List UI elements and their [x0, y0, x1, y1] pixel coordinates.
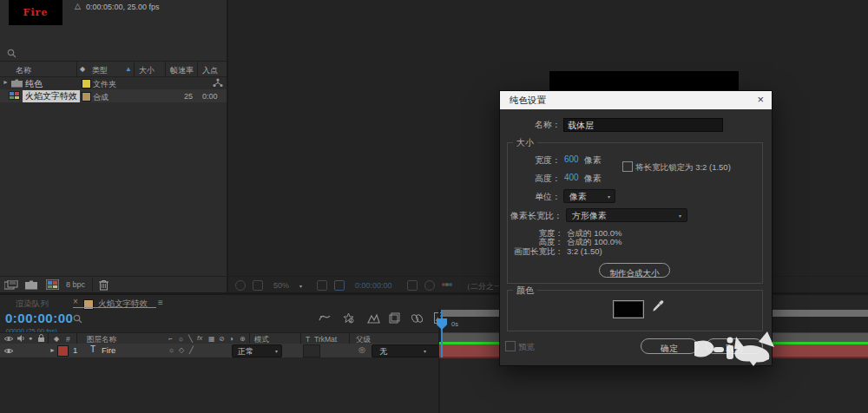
layer-eye-icon[interactable]	[3, 347, 14, 355]
after-effects-window: Fire △ 0:00:05:00, 25.00 fps 名称 ◆ 类型 ▲ 大…	[0, 0, 868, 413]
collapse-switch-icon: ☼	[178, 335, 184, 343]
lock-aspect-label[interactable]: 将长宽比锁定为 3:2 (1.50)	[635, 162, 731, 174]
tab-menu-icon[interactable]: ≡	[158, 298, 163, 307]
fx-switch-icon: fx	[197, 334, 202, 342]
eyedropper-icon[interactable]	[652, 299, 664, 313]
layer-draft-icon[interactable]: ╱	[189, 346, 194, 354]
timeline-search-icon[interactable]	[73, 314, 82, 324]
parent-dropdown[interactable]: 无 ▾	[372, 344, 439, 357]
tab-composition[interactable]: 火焰文字特效	[98, 298, 148, 310]
zoom-caret-icon[interactable]: ▾	[299, 283, 302, 289]
make-comp-size-button[interactable]: 制作合成大小	[599, 263, 670, 278]
unit-label: 单位：	[517, 191, 561, 203]
project-row-folder[interactable]: ► 纯色 文件夹	[0, 77, 227, 89]
name-label: 名称：	[509, 119, 561, 131]
zoom-level-value[interactable]: 50%	[273, 281, 289, 290]
trkmat-column[interactable]: TrkMat	[314, 335, 337, 344]
item-fps: 25	[184, 92, 193, 101]
width-value[interactable]: 600	[564, 154, 579, 164]
tab-close-icon[interactable]: ×	[73, 297, 78, 306]
blend-mode-dropdown[interactable]: 正常 ▾	[232, 344, 282, 357]
new-composition-icon[interactable]	[46, 279, 59, 290]
grid-guides-icon[interactable]	[317, 280, 327, 291]
layer-name[interactable]: Fire	[102, 345, 115, 355]
t-column[interactable]: T	[306, 335, 310, 344]
layer-row[interactable]: ► 1 T Fire ☼ ◇ ╱ 正常 ▾ ◎ 无 ▾	[0, 344, 438, 358]
footage-icon[interactable]	[4, 280, 18, 290]
unit-caret-icon: ▾	[608, 193, 610, 200]
preview-label[interactable]: 预览	[518, 342, 535, 353]
tab-underline	[73, 307, 156, 308]
motion-blur-icon[interactable]	[367, 313, 380, 324]
layer-quality-icon[interactable]: ☼	[168, 346, 174, 354]
layer-expand-icon[interactable]: ►	[49, 347, 56, 353]
comp-info-text: 0:00:05:00, 25.00 fps	[86, 3, 160, 11]
trash-icon[interactable]	[99, 279, 108, 291]
col-in[interactable]: 入点	[202, 65, 218, 76]
current-timecode[interactable]: 0:00:00:00	[5, 311, 73, 325]
brainstorm-icon[interactable]	[389, 312, 400, 324]
trkmat-dropdown[interactable]	[303, 344, 320, 357]
always-preview-icon[interactable]	[235, 280, 246, 291]
project-footer: 8 bpc	[0, 276, 227, 293]
layer-label-swatch[interactable]	[57, 345, 69, 357]
height-unit: 像素	[584, 173, 602, 185]
frame-blend-switch-icon: ▦	[208, 335, 215, 343]
item-name[interactable]: 纯色	[25, 78, 43, 90]
width-unit: 像素	[584, 154, 602, 167]
col-type[interactable]: 类型	[92, 65, 108, 76]
new-folder-icon[interactable]	[25, 280, 37, 290]
auto-keyframe-icon[interactable]	[411, 313, 423, 324]
composition-icon	[9, 91, 20, 100]
par-dropdown[interactable]: 方形像素 ▾	[566, 208, 687, 222]
bpc-label[interactable]: 8 bpc	[66, 280, 85, 289]
shy-layers-icon[interactable]	[319, 313, 331, 324]
name-input[interactable]: 载体层	[563, 118, 723, 132]
sort-up-icon[interactable]: ▲	[125, 65, 132, 73]
dialog-title: 纯色设置	[510, 95, 546, 107]
lock-column-icon	[37, 334, 45, 343]
dialog-titlebar[interactable]: 纯色设置 ×	[500, 91, 772, 109]
item-type: 合成	[93, 92, 108, 103]
col-fps[interactable]: 帧速率	[170, 65, 194, 76]
unit-dropdown[interactable]: 像素 ▾	[563, 189, 615, 203]
col-size[interactable]: 大小	[139, 65, 155, 76]
playhead-line[interactable]	[441, 310, 443, 357]
adjustment-switch-icon: ◑	[229, 335, 233, 343]
expand-arrow-icon[interactable]: ►	[3, 79, 9, 85]
folder-icon	[11, 79, 23, 88]
frame-ar-label: 画面长宽比：	[507, 246, 563, 258]
viewer-timecode[interactable]: 0:00:00:00	[355, 281, 392, 290]
index-column: #	[66, 335, 70, 344]
watermark-logo	[644, 328, 779, 370]
frame-blend-icon[interactable]	[343, 312, 354, 324]
layer-collapse-icon[interactable]: ◇	[179, 346, 184, 354]
color-group-label: 颜色	[513, 285, 537, 297]
height-label: 高度：	[517, 173, 561, 185]
hand-tool-icon[interactable]	[253, 280, 263, 291]
pickwhip-icon[interactable]: ◎	[358, 345, 365, 354]
layer-index: 1	[73, 345, 77, 355]
show-snapshot-icon[interactable]	[424, 280, 435, 291]
color-swatch[interactable]	[613, 300, 644, 318]
project-row-comp[interactable]: 火焰文字特效 合成 25 0:00	[0, 89, 227, 102]
dialog-close-icon[interactable]: ×	[757, 93, 764, 106]
snapshot-icon[interactable]	[407, 280, 418, 291]
shy-switch-icon: ⌐	[168, 335, 173, 343]
lock-aspect-checkbox[interactable]	[622, 161, 633, 172]
label-color-swatch[interactable]	[82, 79, 91, 88]
par-caret-icon: ▾	[679, 213, 681, 219]
mask-visibility-icon[interactable]	[334, 280, 345, 291]
label-color-swatch[interactable]	[82, 92, 91, 102]
tab-render-queue[interactable]: 渲染队列	[16, 298, 49, 310]
project-column-header: 名称 ◆ 类型 ▲ 大小 帧速率 入点	[0, 62, 227, 77]
search-icon[interactable]	[7, 49, 16, 58]
eye-column-icon	[3, 335, 14, 343]
col-name[interactable]: 名称	[16, 65, 31, 76]
item-name-selected[interactable]: 火焰文字特效	[23, 90, 80, 102]
network-icon	[213, 78, 223, 88]
height-value[interactable]: 400	[564, 173, 579, 182]
label-column-icon[interactable]: ◆	[80, 65, 85, 73]
label-column-icon: ◆	[54, 335, 59, 343]
preview-checkbox[interactable]	[505, 341, 516, 351]
